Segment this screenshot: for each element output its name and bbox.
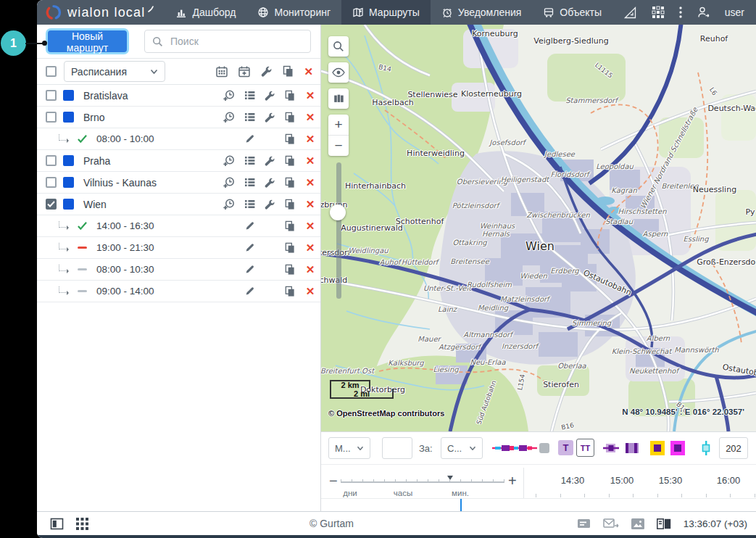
apps-grid-icon[interactable] [652, 6, 665, 19]
delete-icon[interactable]: ✕ [300, 241, 320, 254]
edit-pencil-icon[interactable] [239, 242, 259, 253]
delete-icon[interactable]: ✕ [300, 133, 320, 146]
add-schedule-icon[interactable] [219, 198, 239, 211]
route-checkbox[interactable] [46, 112, 57, 123]
wrench-icon[interactable] [259, 199, 280, 210]
zoom-slider-track[interactable] [336, 162, 341, 299]
tab-dashboard[interactable]: Дашборд [165, 0, 246, 25]
delete-icon[interactable]: ✕ [300, 263, 320, 276]
zoom-in-button[interactable]: + [328, 115, 349, 136]
copy-icon[interactable] [280, 177, 300, 189]
schedule-row[interactable]: 09:00 - 14:00 ✕ [37, 281, 320, 302]
view-mode-dropdown[interactable]: Расписания [64, 61, 165, 82]
schedule-list-icon[interactable] [239, 154, 259, 167]
annotation-t-icon[interactable]: T [558, 440, 573, 455]
tab-units[interactable]: Объекты [532, 0, 612, 25]
tab-routes[interactable]: Маршруты [341, 0, 431, 25]
delete-icon[interactable]: ✕ [300, 176, 320, 189]
zoom-out-button[interactable]: − [328, 136, 349, 156]
edit-pencil-icon[interactable] [239, 286, 259, 297]
edit-pencil-icon[interactable] [239, 264, 259, 275]
timeline-zoom-marker[interactable] [447, 476, 453, 483]
select-all-checkbox[interactable] [46, 66, 57, 77]
route-row[interactable]: Praha ✕ [37, 150, 320, 172]
user-logout-icon[interactable] [697, 6, 710, 19]
timeline-unit-dropdown[interactable]: С... [441, 437, 483, 459]
timeline-counter-input[interactable] [719, 437, 748, 459]
route-checkbox[interactable] [46, 177, 57, 188]
annotation-tt-icon-selected[interactable]: TT [576, 439, 594, 457]
message-card-icon[interactable] [577, 518, 591, 529]
add-schedule-icon[interactable] [219, 176, 239, 189]
cyan-cursor-icon[interactable] [699, 441, 713, 455]
delete-icon[interactable]: ✕ [300, 198, 320, 211]
interval-bars-icon[interactable] [624, 440, 640, 456]
timeline-mode-dropdown[interactable]: М... [328, 437, 370, 459]
bottom-grid-icon[interactable] [76, 518, 88, 530]
yellow-marker-icon[interactable] [650, 441, 665, 455]
map-view[interactable]: KorneuburgVeiglberg-SiedlungReuhofL1115B… [321, 25, 756, 431]
wrench-icon[interactable] [259, 90, 280, 102]
schedule-list-icon[interactable] [239, 176, 259, 189]
add-schedule-icon[interactable] [219, 89, 239, 102]
magenta-marker-icon[interactable] [670, 441, 685, 455]
copy-icon[interactable] [280, 242, 300, 254]
timeline-zoom-in[interactable]: + [508, 473, 517, 488]
delete-icon[interactable]: ✕ [300, 285, 320, 298]
delete-icon[interactable]: ✕ [300, 89, 320, 102]
tab-notifications[interactable]: Уведомления [431, 0, 533, 25]
add-schedule-icon[interactable] [219, 154, 239, 167]
new-route-button[interactable]: Новый маршрут [48, 30, 127, 52]
edit-pencil-icon[interactable] [239, 133, 259, 144]
delete-icon[interactable]: ✕ [304, 65, 313, 78]
copy-icon[interactable] [280, 286, 300, 297]
report-split-icon[interactable] [657, 518, 671, 529]
timeline-zoom-ruler[interactable] [341, 481, 504, 483]
gray-square-icon[interactable] [539, 443, 549, 453]
copy-icon[interactable] [280, 90, 300, 102]
copy-icon[interactable] [282, 65, 294, 78]
schedule-list-icon[interactable] [239, 198, 259, 210]
schedule-list-icon[interactable] [239, 111, 259, 123]
map-canvas[interactable] [321, 25, 756, 431]
copy-icon[interactable] [280, 133, 300, 145]
route-row[interactable]: Brno ✕ [37, 107, 320, 128]
mail-arrow-icon[interactable] [603, 518, 619, 529]
user-name[interactable]: user [725, 7, 744, 18]
route-row[interactable]: Bratislava ✕ [37, 85, 320, 107]
map-visibility-button[interactable] [328, 62, 349, 83]
image-icon[interactable] [631, 518, 644, 529]
tab-monitoring[interactable]: Мониторинг [246, 0, 341, 25]
schedule-row[interactable]: 14:00 - 16:30 ✕ [37, 215, 320, 237]
schedule-row[interactable]: 08:00 - 10:30 ✕ [37, 259, 320, 281]
map-search-button[interactable] [328, 36, 349, 57]
route-search[interactable] [144, 30, 311, 53]
copy-icon[interactable] [280, 264, 300, 276]
route-row[interactable]: Vilnius - Kaunas ✕ [37, 172, 320, 194]
copy-icon[interactable] [280, 112, 300, 123]
copy-icon[interactable] [280, 199, 300, 210]
map-layers-button[interactable] [328, 88, 349, 109]
route-checkbox[interactable] [46, 90, 57, 101]
timeline-zoom-out[interactable]: − [329, 473, 338, 488]
wrench-icon[interactable] [259, 155, 280, 167]
schedule-row[interactable]: 08:00 - 10:00 ✕ [37, 128, 320, 150]
zoom-slider-handle[interactable] [330, 204, 346, 220]
toggle-panel-icon[interactable] [50, 518, 64, 530]
timeline-value-input[interactable] [382, 437, 412, 459]
wrench-icon[interactable] [259, 112, 280, 123]
route-point-icon[interactable] [603, 440, 619, 456]
schedule-row[interactable]: 19:00 - 21:30 ✕ [37, 237, 320, 259]
calendar-grid-icon[interactable] [215, 65, 228, 78]
copy-icon[interactable] [280, 220, 300, 232]
search-input[interactable] [169, 35, 303, 48]
add-schedule-icon[interactable] [219, 111, 239, 124]
ruler-tool-icon[interactable] [623, 6, 637, 20]
route-checkbox[interactable] [46, 199, 57, 210]
kebab-menu-icon[interactable] [679, 7, 682, 18]
wrench-icon[interactable] [260, 65, 273, 78]
delete-icon[interactable]: ✕ [300, 154, 320, 167]
wrench-icon[interactable] [259, 177, 280, 189]
route-checkbox[interactable] [46, 155, 57, 166]
timeline-strip[interactable] [321, 498, 756, 512]
